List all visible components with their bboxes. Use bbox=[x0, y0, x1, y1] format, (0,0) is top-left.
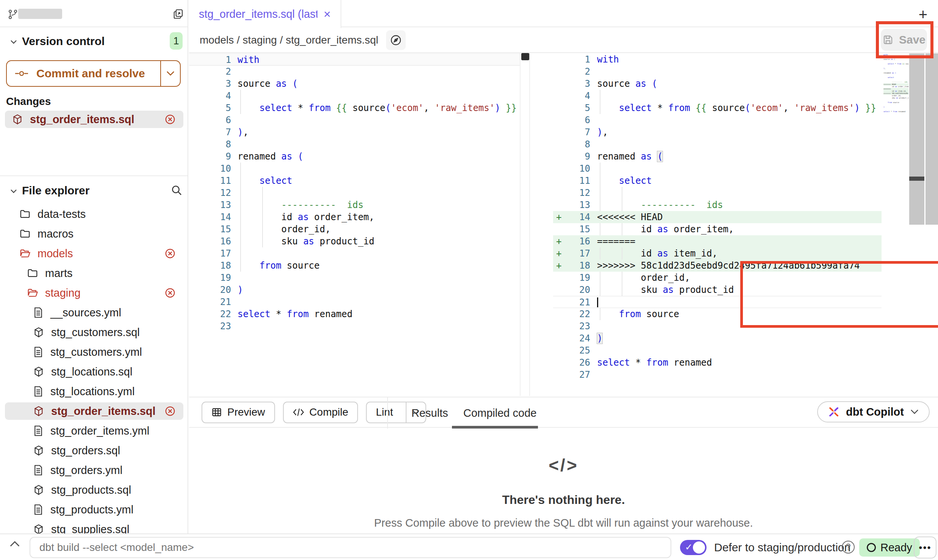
editor-scrollbar-thumb[interactable] bbox=[909, 177, 924, 181]
file-row-stg-customers-sql[interactable]: stg_customers.sql bbox=[5, 324, 183, 341]
left-pane-scrollbar-thumb[interactable] bbox=[521, 53, 529, 60]
code-line-10[interactable]: 10 bbox=[553, 163, 882, 175]
code-line-11[interactable]: 11 select bbox=[553, 175, 882, 187]
code-line-9[interactable]: 9renamed as ( bbox=[189, 150, 521, 163]
file-row-models[interactable]: models bbox=[5, 245, 183, 262]
code-line-1[interactable]: 1with bbox=[189, 53, 521, 66]
code-line-27[interactable]: 27 bbox=[553, 369, 882, 381]
code-line-1[interactable]: 1with bbox=[553, 53, 882, 66]
file-row-stg-orders-sql[interactable]: stg_orders.sql bbox=[5, 442, 183, 459]
file-row-stg-order-items-yml[interactable]: stg_order_items.yml bbox=[5, 422, 183, 440]
code-line-4[interactable]: 4 bbox=[189, 90, 521, 102]
file-row--sources-yml[interactable]: __sources.yml bbox=[5, 304, 183, 321]
lineage-button[interactable] bbox=[386, 30, 406, 50]
code-line-19[interactable]: 19 bbox=[189, 272, 521, 284]
code-line-12[interactable]: 12 bbox=[189, 187, 521, 199]
code-line-9[interactable]: 9renamed as ( bbox=[553, 150, 882, 163]
file-row-stg-locations-sql[interactable]: stg_locations.sql bbox=[5, 363, 183, 380]
code-line-22[interactable]: 22select * from renamed bbox=[189, 308, 521, 320]
code-line-15[interactable]: 15 id as order_item, bbox=[553, 223, 882, 235]
search-icon[interactable] bbox=[170, 184, 183, 196]
code-line-14[interactable]: 14 id as order_item, bbox=[189, 211, 521, 223]
code-line-24[interactable]: 24) bbox=[553, 332, 882, 344]
commit-dropdown-button[interactable] bbox=[160, 61, 180, 86]
new-tab-icon[interactable]: + bbox=[919, 7, 927, 22]
command-input[interactable] bbox=[30, 537, 671, 558]
tab-results[interactable]: Results bbox=[411, 397, 448, 429]
defer-toggle[interactable]: ✓ bbox=[680, 540, 707, 555]
code-line-18[interactable]: 18 from source bbox=[189, 260, 521, 272]
code-line-3[interactable]: 3source as ( bbox=[553, 78, 882, 90]
code-line-26[interactable]: 26select * from renamed bbox=[553, 357, 882, 369]
window-scrollbar-track[interactable] bbox=[925, 53, 938, 225]
code-line-23[interactable]: 23 bbox=[189, 320, 521, 332]
code-line-22[interactable]: 22 from source bbox=[553, 308, 882, 320]
code-line-3[interactable]: 3source as ( bbox=[189, 78, 521, 90]
code-line-21[interactable]: 21 bbox=[553, 296, 882, 308]
commit-and-resolve-button[interactable]: Commit and resolve bbox=[6, 60, 181, 87]
file-row-data-tests[interactable]: data-tests bbox=[5, 205, 183, 223]
dbt-copilot-button[interactable]: dbt Copilot bbox=[817, 401, 930, 422]
code-line-19[interactable]: 19 order_id, bbox=[553, 272, 882, 284]
more-options-button[interactable]: ••• bbox=[914, 537, 936, 558]
code-line-5[interactable]: 5 select * from {{ source('ecom', 'raw_i… bbox=[553, 102, 882, 114]
code-line-6[interactable]: 6 bbox=[189, 114, 521, 126]
file-row-stg-order-items-sql[interactable]: stg_order_items.sql bbox=[5, 402, 183, 420]
code-line-20[interactable]: 20) bbox=[189, 284, 521, 296]
code-line-20[interactable]: 20 sku as product_id bbox=[553, 284, 882, 296]
tab-stg-order-items[interactable]: stg_order_items.sql (last c... × bbox=[189, 0, 341, 28]
code-line-17[interactable]: 17 bbox=[189, 247, 521, 260]
editor-scrollbar-track[interactable] bbox=[909, 53, 924, 225]
code-line-25[interactable]: 25 bbox=[553, 344, 882, 357]
file-row-staging[interactable]: staging bbox=[5, 284, 183, 302]
code-line-4[interactable]: 4 bbox=[553, 90, 882, 102]
code-line-21[interactable]: 21 bbox=[189, 296, 521, 308]
code-text: select * from renamed bbox=[238, 308, 352, 320]
code-line-18[interactable]: +18>>>>>>> 58c1dd23d5eebd9cd2495fa7124ab… bbox=[553, 260, 882, 272]
chevron-down-icon[interactable] bbox=[9, 37, 18, 46]
discard-change-icon[interactable] bbox=[164, 405, 176, 417]
preview-button[interactable]: Preview bbox=[202, 402, 275, 423]
file-row-macros[interactable]: macros bbox=[5, 225, 183, 242]
tab-compiled-code[interactable]: Compiled code bbox=[463, 397, 536, 429]
file-row-stg-products-sql[interactable]: stg_products.sql bbox=[5, 481, 183, 499]
code-line-5[interactable]: 5 select * from {{ source('ecom', 'raw_i… bbox=[189, 102, 521, 114]
code-line-15[interactable]: 15 order_id, bbox=[189, 223, 521, 235]
file-row-stg-products-yml[interactable]: stg_products.yml bbox=[5, 501, 183, 518]
code-line-12[interactable]: 12 bbox=[553, 187, 882, 199]
file-row-stg-orders-yml[interactable]: stg_orders.yml bbox=[5, 461, 183, 479]
save-button[interactable]: Save bbox=[881, 29, 927, 51]
code-line-17[interactable]: +17 id as item_id, bbox=[553, 247, 882, 260]
collapse-chevron-icon[interactable] bbox=[9, 540, 20, 548]
changed-file-row[interactable]: stg_order_items.sql bbox=[5, 111, 183, 128]
code-line-10[interactable]: 10 bbox=[189, 163, 521, 175]
copy-icon[interactable] bbox=[173, 8, 184, 20]
code-line-13[interactable]: 13 ---------- ids bbox=[189, 199, 521, 211]
code-line-6[interactable]: 6 bbox=[553, 114, 882, 126]
file-row-marts[interactable]: marts bbox=[5, 264, 183, 282]
file-row-stg-customers-yml[interactable]: stg_customers.yml bbox=[5, 343, 183, 361]
code-line-2[interactable]: 2 bbox=[553, 66, 882, 78]
chevron-down-icon[interactable] bbox=[9, 186, 18, 196]
code-line-11[interactable]: 11 select bbox=[189, 175, 521, 187]
minimap[interactable]: with source as ( select * from {{ source… bbox=[883, 54, 908, 115]
discard-change-icon[interactable] bbox=[164, 248, 176, 259]
code-line-13[interactable]: 13 ---------- ids bbox=[553, 199, 882, 211]
code-line-23[interactable]: 23 bbox=[553, 320, 882, 332]
code-line-8[interactable]: 8 bbox=[189, 138, 521, 150]
code-line-7[interactable]: 7), bbox=[553, 126, 882, 138]
discard-change-icon[interactable] bbox=[164, 287, 176, 299]
file-row-stg-locations-yml[interactable]: stg_locations.yml bbox=[5, 383, 183, 400]
branch-name-placeholder[interactable] bbox=[18, 9, 62, 19]
code-line-8[interactable]: 8 bbox=[553, 138, 882, 150]
code-line-16[interactable]: +16======= bbox=[553, 235, 882, 247]
help-icon[interactable]: ? bbox=[842, 541, 855, 554]
code-line-7[interactable]: 7), bbox=[189, 126, 521, 138]
code-line-14[interactable]: +14<<<<<<< HEAD bbox=[553, 211, 882, 223]
discard-change-icon[interactable] bbox=[164, 114, 176, 125]
code-line-2[interactable]: 2 bbox=[189, 66, 521, 78]
code-line-16[interactable]: 16 sku as product_id bbox=[189, 235, 521, 247]
compile-button[interactable]: Compile bbox=[283, 402, 358, 423]
left-pane-scrollbar[interactable] bbox=[520, 53, 530, 396]
tab-close-icon[interactable]: × bbox=[324, 8, 331, 20]
